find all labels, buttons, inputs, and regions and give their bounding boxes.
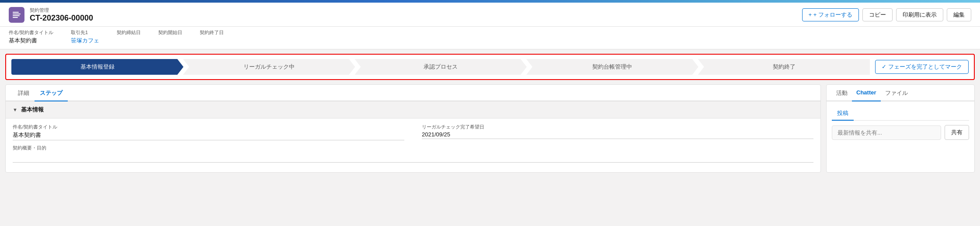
- stage-step-3[interactable]: 承認プロセス: [354, 59, 527, 75]
- stage-label-1: 基本情報登録: [80, 63, 115, 71]
- header: 契約管理 CT-202306-00000 + フォローする コピー 印刷用に表示…: [0, 3, 980, 27]
- field-label-start: 契約開始日: [158, 29, 182, 36]
- left-panel: 詳細 ステップ ▼ 基本情報 件名/契約書タイトル 基本契約書 リーガルチェック…: [5, 84, 821, 173]
- field-start-date: 契約開始日: [158, 29, 182, 45]
- tab-detail[interactable]: 詳細: [13, 85, 35, 101]
- field-value-subject: 基本契約書: [9, 37, 53, 45]
- field-value-account[interactable]: 笹塚カフェ: [71, 37, 99, 45]
- stage-steps: 基本情報登録 リーガルチェック中 承認プロセス 契約台帳管理中 契約終了: [11, 59, 870, 75]
- field-value-subject-left[interactable]: 基本契約書: [13, 131, 404, 140]
- field-conclusion-date: 契約締結日: [117, 29, 141, 45]
- section-header-basic[interactable]: ▼ 基本情報: [6, 101, 820, 118]
- svg-rect-0: [13, 12, 19, 13]
- edit-button[interactable]: 編集: [947, 8, 971, 21]
- field-label-legal-date: リーガルチェック完了希望日: [422, 124, 813, 130]
- follow-button[interactable]: + フォローする: [802, 8, 859, 21]
- print-button[interactable]: 印刷用に表示: [896, 8, 943, 21]
- field-value-summary[interactable]: [13, 152, 813, 163]
- copy-button[interactable]: コピー: [862, 8, 893, 21]
- tab-files[interactable]: ファイル: [881, 85, 912, 101]
- subheader: 件名/契約書タイトル 基本契約書 取引先1 笹塚カフェ 契約締結日 契約開始日 …: [0, 27, 980, 49]
- field-label-account: 取引先1: [71, 29, 99, 36]
- stage-label-4: 契約台帳管理中: [592, 63, 632, 71]
- field-label-subject-left: 件名/契約書タイトル: [13, 124, 404, 130]
- field-col-summary: 契約概要・目的: [13, 145, 813, 163]
- field-label-conclusion: 契約締結日: [117, 29, 141, 36]
- svg-rect-3: [13, 17, 18, 18]
- share-input[interactable]: [832, 125, 941, 140]
- complete-phase-button[interactable]: フェーズを完了としてマーク: [875, 60, 969, 74]
- field-value-legal-date[interactable]: 2021/09/25: [422, 131, 813, 139]
- tab-step[interactable]: ステップ: [35, 85, 68, 101]
- record-icon: [9, 7, 24, 23]
- record-title-block: 契約管理 CT-202306-00000: [30, 7, 93, 23]
- share-button[interactable]: 共有: [945, 125, 969, 140]
- tab-post[interactable]: 投稿: [832, 107, 854, 121]
- tab-activity[interactable]: 活動: [832, 85, 852, 101]
- stage-label-5: 契約終了: [773, 63, 796, 71]
- stage-step-1[interactable]: 基本情報登録: [11, 59, 184, 75]
- header-left: 契約管理 CT-202306-00000: [9, 7, 93, 23]
- field-row-1: 件名/契約書タイトル 基本契約書 リーガルチェック完了希望日 2021/09/2…: [13, 124, 813, 140]
- stage-label-3: 承認プロセス: [424, 63, 458, 71]
- record-id: CT-202306-00000: [30, 14, 93, 23]
- field-label-subject: 件名/契約書タイトル: [9, 29, 53, 36]
- stage-bar: 基本情報登録 リーガルチェック中 承認プロセス 契約台帳管理中 契約終了 フェー…: [5, 54, 975, 80]
- share-row: 共有: [832, 125, 969, 140]
- post-tabs: 投稿: [832, 107, 969, 121]
- field-label-summary: 契約概要・目的: [13, 145, 813, 151]
- main-content: 詳細 ステップ ▼ 基本情報 件名/契約書タイトル 基本契約書 リーガルチェック…: [0, 84, 980, 173]
- stage-step-5[interactable]: 契約終了: [698, 59, 870, 75]
- left-tabs-bar: 詳細 ステップ: [6, 85, 820, 101]
- right-tabs-bar: 活動 Chatter ファイル: [827, 85, 974, 101]
- record-label: 契約管理: [30, 7, 93, 14]
- field-end-date: 契約終了日: [200, 29, 224, 45]
- stage-step-4[interactable]: 契約台帳管理中: [526, 59, 699, 75]
- right-content: 投稿 共有: [827, 101, 974, 145]
- field-row-2: 契約概要・目的: [13, 145, 813, 163]
- field-col-legal-date: リーガルチェック完了希望日 2021/09/25: [422, 124, 813, 140]
- svg-rect-1: [13, 14, 21, 14]
- right-panel: 活動 Chatter ファイル 投稿 共有: [826, 84, 975, 173]
- header-actions: + フォローする コピー 印刷用に表示 編集: [802, 8, 971, 21]
- field-account: 取引先1 笹塚カフェ: [71, 29, 99, 45]
- stage-step-2[interactable]: リーガルチェック中: [183, 59, 355, 75]
- field-subject: 件名/契約書タイトル 基本契約書: [9, 29, 53, 45]
- section-body-basic: 件名/契約書タイトル 基本契約書 リーガルチェック完了希望日 2021/09/2…: [6, 118, 820, 172]
- chevron-down-icon: ▼: [13, 107, 17, 112]
- svg-rect-2: [13, 15, 20, 16]
- field-col-subject: 件名/契約書タイトル 基本契約書: [13, 124, 404, 140]
- tab-chatter[interactable]: Chatter: [852, 85, 881, 101]
- field-label-end: 契約終了日: [200, 29, 224, 36]
- section-title-basic: 基本情報: [21, 106, 44, 114]
- stage-label-2: リーガルチェック中: [243, 63, 295, 71]
